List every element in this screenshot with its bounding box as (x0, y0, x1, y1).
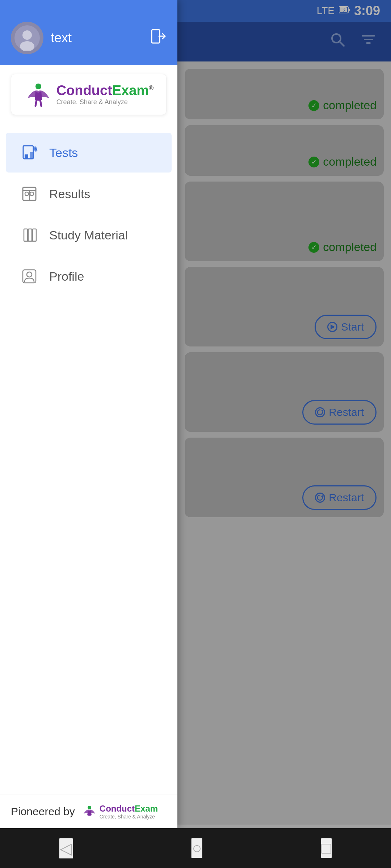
svg-point-12 (22, 30, 32, 40)
sidebar-item-profile[interactable]: Profile (6, 256, 172, 296)
footer-logo-icon (82, 804, 97, 819)
results-label: Results (49, 187, 90, 201)
nav-bar: ◁ ○ □ (0, 828, 391, 868)
logo-tagline: Create, Share & Analyze (56, 98, 154, 106)
svg-point-16 (35, 84, 41, 89)
sidebar-item-study-material[interactable]: Study Material (6, 215, 172, 255)
nav-menu: Tests Results (0, 124, 177, 795)
logo-container: ConductExam® Create, Share & Analyze (11, 74, 167, 115)
recent-button[interactable]: □ (321, 838, 332, 858)
svg-line-17 (35, 100, 37, 106)
avatar (11, 22, 43, 54)
footer-brand-name: ConductExam (100, 804, 158, 814)
svg-point-25 (30, 192, 34, 196)
pioneered-by-text: Pioneered by (11, 805, 75, 818)
profile-label: Profile (49, 269, 84, 284)
study-material-icon (20, 226, 38, 244)
svg-rect-21 (30, 152, 33, 159)
svg-point-34 (88, 806, 91, 809)
logo-icon (24, 80, 53, 109)
logo-exam: Exam (112, 83, 149, 98)
drawer-header: text (0, 0, 177, 65)
back-button[interactable]: ◁ (59, 838, 73, 859)
profile-icon (20, 267, 38, 285)
svg-rect-20 (25, 154, 28, 159)
svg-point-33 (27, 272, 32, 277)
svg-rect-30 (33, 229, 36, 241)
footer-exam: Exam (135, 804, 158, 813)
logo: ConductExam® Create, Share & Analyze (24, 80, 154, 109)
logo-brand: ConductExam® Create, Share & Analyze (56, 83, 154, 106)
logo-brand-name: ConductExam® (56, 83, 154, 98)
user-name: text (51, 30, 143, 46)
results-icon (20, 185, 38, 203)
footer-logo: ConductExam Create, Share & Analyze (82, 804, 158, 820)
tests-label: Tests (49, 146, 78, 160)
footer-brand: ConductExam Create, Share & Analyze (100, 804, 158, 820)
svg-line-18 (40, 100, 41, 106)
logo-conduct: Conduct (56, 83, 112, 98)
logout-button[interactable] (150, 28, 167, 48)
study-material-label: Study Material (49, 228, 128, 242)
sidebar-item-results[interactable]: Results (6, 174, 172, 214)
drawer-footer: Pioneered by ConductExam Create, Share &… (0, 795, 177, 828)
svg-rect-29 (28, 229, 32, 241)
navigation-drawer: text (0, 0, 177, 828)
sidebar-item-tests[interactable]: Tests (6, 133, 172, 173)
footer-tagline: Create, Share & Analyze (100, 814, 158, 820)
footer-conduct: Conduct (100, 804, 135, 813)
home-button[interactable]: ○ (191, 838, 202, 858)
svg-rect-28 (24, 229, 28, 241)
svg-point-24 (25, 192, 29, 196)
logo-area: ConductExam® Create, Share & Analyze (0, 65, 177, 124)
tests-icon (20, 144, 38, 162)
